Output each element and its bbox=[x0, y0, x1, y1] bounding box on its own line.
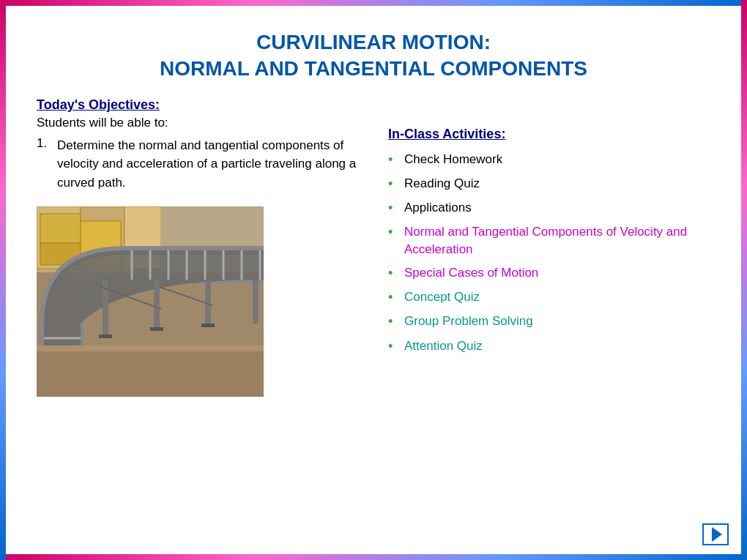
activity-label-group-problem: Group Problem Solving bbox=[404, 313, 533, 330]
activity-label-reading-quiz: Reading Quiz bbox=[404, 175, 480, 193]
svg-rect-24 bbox=[154, 280, 160, 331]
conveyor-image bbox=[37, 206, 264, 397]
right-column: In-Class Activities: • Check Homework • … bbox=[374, 97, 710, 397]
objectives-heading: Today's Objectives: bbox=[37, 97, 359, 113]
svg-rect-29 bbox=[99, 335, 112, 338]
activity-label-concept-quiz: Concept Quiz bbox=[404, 288, 480, 306]
activity-item-attention-quiz: • Attention Quiz bbox=[388, 337, 710, 356]
objective-item-1: 1. Determine the normal and tangential c… bbox=[37, 136, 359, 193]
svg-rect-28 bbox=[37, 346, 264, 351]
objectives-subtitle: Students will be able to: bbox=[37, 116, 359, 130]
svg-rect-26 bbox=[253, 280, 259, 324]
svg-rect-8 bbox=[40, 214, 81, 243]
next-arrow-icon bbox=[712, 527, 722, 542]
activity-item-normal-tangential: • Normal and Tangential Components of Ve… bbox=[388, 223, 710, 258]
bullet-reading-quiz: • bbox=[388, 175, 398, 193]
bullet-check-homework: • bbox=[388, 151, 398, 169]
title-line2: NORMAL AND TANGENTIAL COMPONENTS bbox=[37, 56, 710, 82]
objective-number-1: 1. bbox=[37, 136, 51, 193]
bullet-special-cases: • bbox=[388, 264, 398, 283]
bullet-attention-quiz: • bbox=[388, 337, 398, 356]
bullet-concept-quiz: • bbox=[388, 288, 398, 307]
activity-item-applications: • Applications bbox=[388, 199, 710, 217]
border-top bbox=[0, 0, 747, 6]
activities-heading: In-Class Activities: bbox=[388, 127, 710, 142]
bullet-applications: • bbox=[388, 199, 398, 217]
slide-container: CURVILINEAR MOTION: NORMAL AND TANGENTIA… bbox=[0, 0, 747, 560]
activity-label-check-homework: Check Homework bbox=[404, 151, 502, 168]
objective-text-1: Determine the normal and tangential comp… bbox=[57, 136, 359, 193]
activity-label-applications: Applications bbox=[404, 199, 472, 217]
activity-item-reading-quiz: • Reading Quiz bbox=[388, 175, 710, 193]
bullet-normal-tangential: • bbox=[388, 223, 398, 242]
border-bottom bbox=[0, 554, 747, 560]
svg-rect-30 bbox=[150, 327, 163, 331]
activity-item-concept-quiz: • Concept Quiz bbox=[388, 288, 710, 307]
activity-item-special-cases: • Special Cases of Motion bbox=[388, 264, 710, 283]
next-button[interactable] bbox=[702, 523, 729, 545]
title-section: CURVILINEAR MOTION: NORMAL AND TANGENTIA… bbox=[37, 29, 710, 83]
title-line1: CURVILINEAR MOTION: bbox=[37, 29, 710, 56]
svg-rect-27 bbox=[37, 346, 264, 397]
left-column: Today's Objectives: Students will be abl… bbox=[37, 97, 359, 397]
activity-label-normal-tangential: Normal and Tangential Components of Velo… bbox=[404, 223, 710, 258]
activity-item-check-homework: • Check Homework bbox=[388, 151, 710, 169]
svg-rect-31 bbox=[201, 324, 215, 327]
content-area: Today's Objectives: Students will be abl… bbox=[37, 97, 710, 397]
bullet-group-problem: • bbox=[388, 313, 398, 331]
activity-label-attention-quiz: Attention Quiz bbox=[404, 337, 483, 355]
activity-label-special-cases: Special Cases of Motion bbox=[404, 264, 538, 282]
border-right bbox=[741, 0, 747, 560]
activity-item-group-problem: • Group Problem Solving bbox=[388, 313, 710, 331]
border-left bbox=[0, 0, 6, 560]
conveyor-svg bbox=[37, 206, 264, 397]
